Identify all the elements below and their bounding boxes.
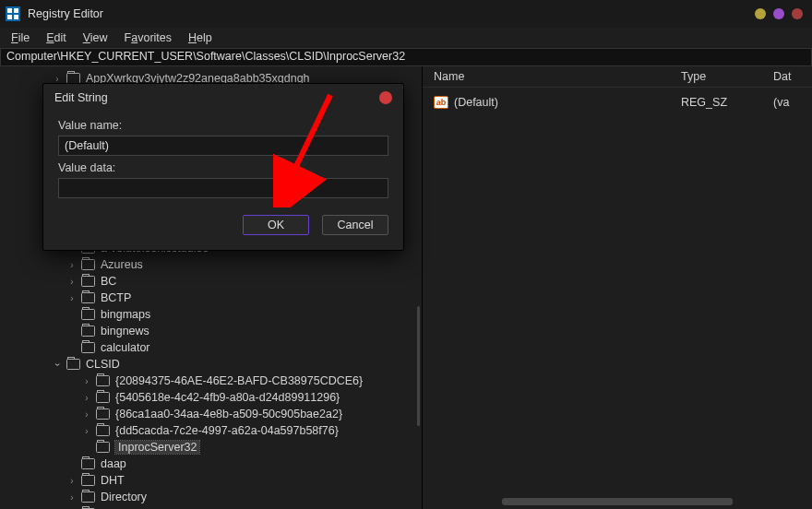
value-name: (Default): [454, 96, 681, 109]
value-data: (va: [773, 96, 812, 109]
tree-node-selected[interactable]: InprocServer32: [0, 439, 422, 456]
tree-label: BCTP: [101, 291, 131, 304]
folder-icon: [96, 442, 110, 453]
tree-label: bingnews: [101, 325, 149, 337]
column-data[interactable]: Dat: [773, 70, 812, 83]
folder-icon: [66, 359, 80, 370]
tree-label: DHT: [101, 474, 125, 487]
chevron-right-icon[interactable]: ›: [81, 426, 92, 436]
maximize-button[interactable]: [773, 8, 784, 19]
tree-node[interactable]: discord-712465656758665259: [0, 505, 422, 509]
window-title: Registry Editor: [28, 7, 103, 20]
chevron-right-icon[interactable]: ›: [66, 277, 78, 287]
ok-button[interactable]: OK: [243, 215, 309, 235]
chevron-right-icon[interactable]: ›: [81, 409, 92, 420]
values-pane: Name Type Dat ab (Default) REG_SZ (va: [423, 66, 812, 509]
menu-edit[interactable]: Edit: [39, 30, 74, 46]
chevron-right-icon[interactable]: ›: [66, 293, 78, 303]
chevron-right-icon[interactable]: ›: [66, 476, 78, 486]
column-type[interactable]: Type: [681, 70, 773, 83]
dialog-title: Edit String: [54, 91, 108, 104]
folder-icon: [96, 392, 110, 403]
folder-icon: [81, 475, 95, 486]
tree-node[interactable]: › {20894375-46AE-46E2-BAFD-CB38975CDCE6}: [0, 373, 422, 389]
folder-icon: [81, 342, 95, 353]
value-name-input[interactable]: [58, 136, 388, 156]
folder-icon: [81, 326, 95, 337]
tree-node[interactable]: › BCTP: [0, 290, 422, 306]
tree-scrollbar[interactable]: [417, 306, 420, 426]
tree-label: calculator: [101, 341, 150, 354]
chevron-right-icon[interactable]: ›: [66, 260, 78, 270]
tree-label: {dd5cacda-7c2e-4997-a62a-04a597b58f76}: [115, 424, 339, 437]
string-value-icon: ab: [434, 96, 448, 109]
folder-icon: [81, 276, 95, 287]
menu-view[interactable]: View: [76, 30, 115, 46]
edit-string-dialog: Edit String Value name: Value data: OK C…: [42, 83, 404, 251]
menu-favorites[interactable]: Favorites: [117, 30, 179, 46]
folder-icon: [81, 292, 95, 303]
tree-node[interactable]: › {86ca1aa0-34aa-4e8b-a509-50c905bae2a2}: [0, 406, 422, 422]
chevron-down-icon[interactable]: ›: [53, 359, 63, 370]
menu-help[interactable]: Help: [181, 30, 220, 46]
value-type: REG_SZ: [681, 96, 773, 109]
tree-label: CLSID: [86, 358, 120, 371]
tree-node[interactable]: calculator: [0, 339, 422, 356]
folder-icon: [81, 458, 95, 469]
tree-node[interactable]: › BC: [0, 273, 422, 290]
chevron-right-icon[interactable]: ›: [66, 492, 78, 503]
folder-icon: [81, 309, 95, 320]
address-bar[interactable]: Computer\HKEY_CURRENT_USER\Software\Clas…: [0, 48, 812, 66]
chevron-right-icon[interactable]: ›: [81, 393, 92, 403]
title-bar: Registry Editor: [0, 0, 812, 28]
folder-icon: [96, 375, 110, 386]
menu-file[interactable]: File: [4, 30, 37, 46]
tree-label: {20894375-46AE-46E2-BAFD-CB38975CDCE6}: [115, 374, 363, 387]
tree-node[interactable]: › DHT: [0, 472, 422, 489]
tree-node[interactable]: › CLSID: [0, 356, 422, 373]
value-data-label: Value data:: [58, 161, 388, 174]
tree-node[interactable]: › {dd5cacda-7c2e-4997-a62a-04a597b58f76}: [0, 422, 422, 439]
cancel-button[interactable]: Cancel: [322, 215, 388, 235]
app-icon: [6, 6, 20, 21]
window-controls: [755, 8, 803, 19]
tree-label: Directory: [101, 491, 147, 503]
dialog-close-button[interactable]: [379, 91, 392, 104]
horizontal-scrollbar[interactable]: [502, 498, 733, 505]
menu-bar: File Edit View Favorites Help: [0, 28, 812, 48]
tree-label: daap: [101, 457, 126, 470]
column-name[interactable]: Name: [434, 70, 681, 83]
tree-label: BC: [101, 275, 116, 288]
column-headers[interactable]: Name Type Dat: [423, 66, 812, 88]
tree-label: Azureus: [101, 258, 143, 271]
chevron-right-icon[interactable]: ›: [81, 376, 92, 386]
folder-icon: [96, 425, 110, 436]
tree-node[interactable]: › {5405618e-4c42-4fb9-a80a-d24d89911296}: [0, 389, 422, 406]
tree-node[interactable]: daap: [0, 456, 422, 472]
tree-label: {5405618e-4c42-4fb9-a80a-d24d89911296}: [115, 391, 340, 404]
tree-node[interactable]: bingmaps: [0, 306, 422, 323]
chevron-right-icon[interactable]: ›: [52, 74, 63, 84]
folder-icon: [81, 491, 95, 503]
tree-node[interactable]: bingnews: [0, 323, 422, 339]
value-row[interactable]: ab (Default) REG_SZ (va: [434, 91, 812, 113]
close-button[interactable]: [792, 8, 803, 19]
tree-label: bingmaps: [101, 308, 150, 321]
tree-label: InprocServer32: [115, 441, 199, 454]
folder-icon: [81, 259, 95, 270]
folder-icon: [96, 408, 110, 420]
tree-label: {86ca1aa0-34aa-4e8b-a509-50c905bae2a2}: [115, 408, 342, 420]
tree-node[interactable]: › Azureus: [0, 256, 422, 273]
minimize-button[interactable]: [755, 8, 766, 19]
tree-node[interactable]: › Directory: [0, 489, 422, 505]
value-name-label: Value name:: [58, 119, 388, 132]
value-data-input[interactable]: [58, 178, 388, 198]
